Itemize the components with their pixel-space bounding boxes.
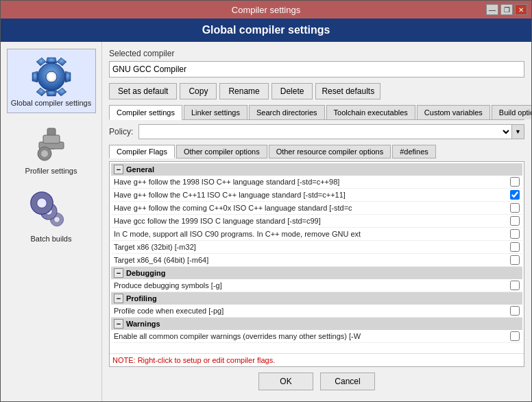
policy-dropdown-container: ▼ — [138, 124, 524, 139]
tab-build-options[interactable]: Build options — [492, 105, 531, 119]
right-panel: Selected compiler GNU GCC Compiler Set a… — [102, 42, 531, 401]
section-toggle-general[interactable]: − — [114, 165, 123, 174]
sidebar-item-batch-builds-label: Batch builds — [31, 235, 72, 243]
rename-button[interactable]: Rename — [219, 83, 268, 99]
flag-checkbox-std-cpp0x[interactable] — [510, 203, 520, 213]
sidebar-item-batch-builds[interactable]: Batch builds — [7, 185, 96, 249]
minimize-button[interactable]: — — [486, 4, 498, 15]
policy-dropdown-arrow: ▼ — [512, 124, 524, 139]
profiler-icon — [29, 123, 73, 167]
maximize-button[interactable]: ❐ — [500, 4, 513, 15]
header-title: Global compiler settings — [6, 24, 526, 36]
flag-row-iso-c90: In C mode, support all ISO C90 programs.… — [111, 228, 522, 241]
inner-tab-other-compiler-options[interactable]: Other compiler options — [176, 145, 267, 158]
flag-checkbox-std-cpp98[interactable] — [510, 177, 520, 187]
flag-row-m32: Target x86 (32bit) [-m32] — [111, 241, 522, 254]
flag-row-debug-g: Produce debugging symbols [-g] — [111, 279, 522, 292]
flag-checkbox-wall[interactable] — [510, 331, 520, 341]
policy-row: Policy: ▼ — [109, 124, 524, 139]
ok-button[interactable]: OK — [258, 373, 313, 390]
cancel-button[interactable]: Cancel — [320, 373, 375, 390]
inner-tab-compiler-flags[interactable]: Compiler Flags — [109, 145, 175, 158]
section-header-profiling: − Profiling — [111, 292, 522, 305]
main-tabs: Compiler settings Linker settings Search… — [109, 105, 524, 120]
sidebar-item-profiler-label: Profiler settings — [25, 167, 77, 175]
compiler-select-row: GNU GCC Compiler — [109, 61, 524, 78]
note-bar: NOTE: Right-click to setup or edit compi… — [110, 353, 524, 366]
svg-point-7 — [41, 150, 48, 157]
flag-row-std-c99: Have gcc follow the 1999 ISO C language … — [111, 215, 522, 228]
close-button[interactable]: ✕ — [515, 4, 527, 15]
gear-icon — [29, 55, 73, 99]
window-title: Compiler settings — [46, 5, 486, 15]
inner-tab-other-resource-options[interactable]: Other resource compiler options — [269, 145, 391, 158]
section-header-general: − General — [111, 163, 522, 176]
svg-rect-5 — [43, 135, 60, 143]
header-bar: Global compiler settings — [1, 19, 531, 42]
toolbar-buttons: Set as default Copy Rename Delete Reset … — [109, 83, 524, 99]
tab-linker-settings[interactable]: Linker settings — [184, 105, 247, 119]
svg-point-13 — [36, 198, 46, 208]
policy-label: Policy: — [109, 127, 133, 137]
flag-row-profile-pg: Profile code when executed [-pg] — [111, 305, 522, 318]
flags-panel: − General Have g++ follow the 1998 ISO C… — [109, 161, 524, 367]
flag-checkbox-iso-c90[interactable] — [510, 229, 520, 239]
footer-buttons: OK Cancel — [109, 367, 524, 394]
compiler-select-label: Selected compiler — [109, 49, 524, 58]
tab-search-directories[interactable]: Search directories — [249, 105, 325, 119]
set-default-button[interactable]: Set as default — [109, 83, 177, 99]
inner-tab-defines[interactable]: #defines — [392, 145, 436, 158]
main-content: Global compiler settings Profi — [1, 42, 531, 401]
flag-checkbox-m64[interactable] — [510, 255, 520, 265]
compiler-dropdown[interactable]: GNU GCC Compiler — [109, 61, 524, 78]
svg-point-9 — [53, 217, 59, 222]
section-toggle-profiling[interactable]: − — [114, 294, 123, 303]
tab-toolchain-executables[interactable]: Toolchain executables — [326, 105, 415, 119]
sidebar: Global compiler settings Profi — [1, 42, 102, 401]
sidebar-item-profiler[interactable]: Profiler settings — [7, 117, 96, 181]
sidebar-item-global-compiler[interactable]: Global compiler settings — [7, 49, 96, 113]
flag-row-wall: Enable all common compiler warnings (ove… — [111, 330, 522, 343]
flag-checkbox-std-cpp11[interactable] — [510, 190, 520, 200]
title-bar: Compiler settings — ❐ ✕ — [1, 1, 531, 19]
delete-button[interactable]: Delete — [271, 83, 313, 99]
reset-defaults-button[interactable]: Reset defaults — [315, 83, 380, 99]
flag-checkbox-std-c99[interactable] — [510, 216, 520, 226]
tab-compiler-settings[interactable]: Compiler settings — [109, 105, 182, 120]
copy-button[interactable]: Copy — [180, 83, 217, 99]
flag-checkbox-profile-pg[interactable] — [510, 306, 520, 316]
inner-tabs: Compiler Flags Other compiler options Ot… — [109, 145, 524, 158]
flag-row-std-cpp0x: Have g++ follow the coming C++0x ISO C++… — [111, 202, 522, 215]
flag-checkbox-m32[interactable] — [510, 242, 520, 252]
batch-builds-icon — [29, 191, 73, 235]
main-window: Compiler settings — ❐ ✕ Global compiler … — [0, 0, 532, 402]
section-toggle-warnings[interactable]: − — [114, 319, 123, 329]
window-controls: — ❐ ✕ — [486, 4, 527, 15]
sidebar-item-global-compiler-label: Global compiler settings — [11, 99, 91, 107]
svg-point-2 — [48, 73, 55, 80]
section-header-warnings: − Warnings — [111, 318, 522, 330]
section-toggle-debugging[interactable]: − — [114, 268, 123, 278]
flag-row-m64: Target x86_64 (64bit) [-m64] — [111, 254, 522, 267]
tab-custom-variables[interactable]: Custom variables — [417, 105, 490, 119]
flags-content: − General Have g++ follow the 1998 ISO C… — [110, 162, 524, 353]
section-header-debugging: − Debugging — [111, 267, 522, 279]
flag-row-std-cpp98: Have g++ follow the 1998 ISO C++ languag… — [111, 176, 522, 189]
flag-row-std-cpp11: Have g++ follow the C++11 ISO C++ langua… — [111, 189, 522, 202]
policy-dropdown[interactable] — [138, 124, 512, 139]
flag-checkbox-debug-g[interactable] — [510, 281, 520, 290]
